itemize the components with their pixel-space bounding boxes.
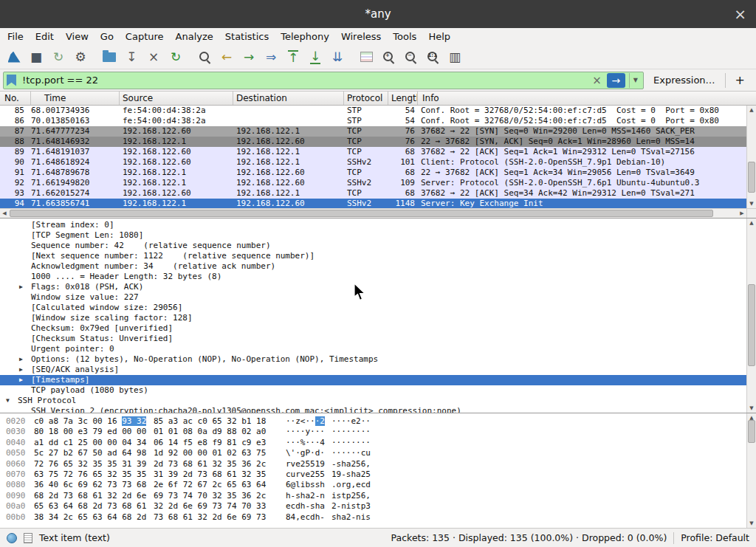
reload-capture-file-button[interactable]: ↻ [165, 47, 187, 67]
expression-button[interactable]: Expression… [647, 75, 722, 86]
detail-line[interactable]: [Calculated window size: 29056] [0, 303, 746, 313]
expert-info-icon[interactable] [7, 533, 17, 543]
packet-list-horizontal-scrollbar[interactable]: ◀ ▶ [0, 208, 746, 218]
hex-row[interactable]: 009068 2d 73 68 61 32 2d 6e69 73 74 70 3… [0, 491, 746, 501]
find-packet-button[interactable] [193, 47, 216, 67]
close-capture-file-button[interactable]: × [142, 47, 165, 67]
column-header-protocol[interactable]: Protocol [344, 92, 388, 105]
go-back-button[interactable]: ← [216, 47, 238, 67]
hex-row[interactable]: 00505c 27 b2 67 50 ad 64 981d 92 00 00 0… [0, 448, 746, 458]
capture-options-button[interactable]: ⚙ [69, 47, 92, 67]
expander-icon[interactable]: ▶ [19, 282, 31, 292]
expander-icon[interactable]: ▶ [19, 354, 31, 365]
filter-bookmark-icon[interactable] [7, 75, 16, 86]
hex-row[interactable]: 00a065 63 64 68 2d 73 68 6132 2d 6e 69 7… [0, 501, 746, 512]
column-header-length[interactable]: Length [388, 92, 418, 105]
filter-text[interactable]: !tcp.port == 22 [22, 75, 587, 86]
detail-line[interactable]: [TCP Segment Len: 1080] [0, 230, 746, 241]
scroll-left-icon[interactable]: ◀ [0, 209, 9, 218]
detail-line[interactable]: ▼SSH Protocol [0, 396, 746, 406]
menu-edit[interactable]: Edit [30, 30, 60, 44]
packet-row[interactable]: 9271.661949820192.168.122.1192.168.122.6… [0, 178, 746, 188]
packet-row[interactable]: 8971.648191037192.168.122.60192.168.122.… [0, 147, 746, 157]
zoom-in-button[interactable]: + [377, 47, 399, 67]
hex-row[interactable]: 0020c0 a8 7a 3c 00 16 93 3285 a3 ac c0 6… [0, 416, 746, 427]
go-first-packet-button[interactable]: ↑ [282, 47, 304, 67]
column-header-time[interactable]: Time [31, 92, 120, 105]
hex-row[interactable]: 007063 75 72 76 65 32 35 3531 39 2d 73 6… [0, 469, 746, 480]
detail-line[interactable]: TCP payload (1080 bytes) [0, 385, 746, 396]
scrollbar-thumb[interactable] [748, 162, 755, 193]
packet-row[interactable]: 9471.663856741192.168.122.1192.168.122.6… [0, 199, 746, 208]
detail-line[interactable]: [Stream index: 0] [0, 220, 746, 230]
menu-file[interactable]: File [1, 30, 30, 44]
scroll-down-icon[interactable]: ▼ [747, 519, 756, 528]
scroll-down-icon[interactable]: ▼ [747, 404, 756, 413]
detail-line[interactable]: ▶[SEQ/ACK analysis] [0, 365, 746, 375]
detail-line[interactable]: Checksum: 0x79ed [unverified] [0, 323, 746, 334]
packet-row[interactable]: 8771.647777234192.168.122.60192.168.122.… [0, 126, 746, 137]
detail-line[interactable]: ▶Options: (12 bytes), No-Operation (NOP)… [0, 354, 746, 365]
save-capture-file-button[interactable]: ↧ [120, 47, 142, 67]
detail-line[interactable]: Window size value: 227 [0, 292, 746, 303]
detail-line[interactable]: ▶[Timestamps] [0, 375, 746, 385]
packet-row[interactable]: 8568.001734936fe:54:00:d4:38:2aSTP54Conf… [0, 106, 746, 116]
menu-capture[interactable]: Capture [120, 30, 170, 44]
detail-line[interactable]: [Checksum Status: Unverified] [0, 334, 746, 344]
detail-line[interactable]: [Next sequence number: 1122 (relative se… [0, 251, 746, 261]
menu-view[interactable]: View [60, 30, 94, 44]
detail-line[interactable]: SSH Version 2 (encryption:chacha20-poly1… [0, 406, 746, 413]
packet-row[interactable]: 8670.013850163fe:54:00:d4:38:2aSTP54Conf… [0, 116, 746, 126]
colorize-packets-button[interactable] [355, 47, 377, 67]
menu-help[interactable]: Help [422, 30, 456, 44]
detail-line[interactable]: ▶Flags: 0x018 (PSH, ACK) [0, 282, 746, 292]
window-close-button[interactable]: × [734, 7, 746, 21]
packet-list-vertical-scrollbar[interactable]: ▲ ▼ [746, 106, 756, 208]
packet-row[interactable]: 9071.648618924192.168.122.60192.168.122.… [0, 157, 746, 168]
menu-analyze[interactable]: Analyze [170, 30, 219, 44]
hex-row[interactable]: 003080 18 00 e3 79 ed 00 0001 01 08 0a d… [0, 427, 746, 437]
capture-comment-icon[interactable] [24, 533, 32, 543]
display-filter-input[interactable]: !tcp.port == 22 × → ▼ [3, 72, 644, 89]
capture-restart-button[interactable]: ↻ [47, 47, 69, 67]
column-header-no[interactable]: No. [0, 92, 31, 105]
column-header-info[interactable]: Info [418, 92, 756, 105]
expander-icon[interactable]: ▶ [19, 375, 31, 385]
menu-statistics[interactable]: Statistics [219, 30, 275, 44]
go-to-packet-button[interactable]: ⇒ [260, 47, 282, 67]
packet-row[interactable]: 9171.648789678192.168.122.1192.168.122.6… [0, 168, 746, 178]
scroll-right-icon[interactable]: ▶ [738, 209, 746, 218]
auto-scroll-button[interactable]: ⇊ [326, 47, 348, 67]
add-filter-button[interactable]: + [729, 73, 752, 87]
hex-row[interactable]: 00b038 34 2c 65 63 64 68 2d73 68 61 32 2… [0, 512, 746, 523]
scrollbar-thumb[interactable] [10, 210, 713, 217]
zoom-out-button[interactable]: − [399, 47, 422, 67]
go-forward-button[interactable]: → [238, 47, 260, 67]
zoom-100-button[interactable]: 1:1 [422, 47, 444, 67]
hex-row[interactable]: 006072 76 65 32 35 35 31 392d 73 68 61 3… [0, 459, 746, 469]
hex-row[interactable]: 008036 40 6c 69 62 73 73 682e 6f 72 67 2… [0, 480, 746, 490]
scroll-down-icon[interactable]: ▼ [747, 199, 756, 208]
packet-row[interactable]: 8871.648146932192.168.122.1192.168.122.6… [0, 137, 746, 147]
column-header-source[interactable]: Source [120, 92, 233, 105]
resize-columns-button[interactable]: ▥ [444, 47, 466, 67]
detail-line[interactable]: Sequence number: 42 (relative sequence n… [0, 241, 746, 251]
titlebar[interactable]: *any × [0, 0, 756, 28]
expander-icon[interactable]: ▼ [6, 396, 18, 406]
details-vertical-scrollbar[interactable]: ▲ ▼ [746, 219, 756, 413]
open-capture-file-button[interactable] [98, 47, 120, 67]
profile-text[interactable]: Profile: Default [681, 532, 749, 543]
column-header-destination[interactable]: Destination [233, 92, 344, 105]
scrollbar-thumb[interactable] [748, 284, 755, 365]
detail-line[interactable]: Urgent pointer: 0 [0, 344, 746, 354]
scrollbar-thumb[interactable] [748, 420, 755, 443]
detail-line[interactable]: Acknowledgment number: 34 (relative ack … [0, 261, 746, 272]
menu-telephony[interactable]: Telephony [275, 30, 335, 44]
expander-icon[interactable]: ▶ [19, 365, 31, 375]
scroll-up-icon[interactable]: ▲ [747, 219, 756, 227]
filter-apply-button[interactable]: → [607, 73, 625, 88]
filter-clear-icon[interactable]: × [587, 74, 607, 87]
filter-history-dropdown[interactable]: ▼ [629, 73, 642, 88]
detail-line[interactable]: [Window size scaling factor: 128] [0, 313, 746, 323]
capture-start-button[interactable] [3, 47, 25, 67]
